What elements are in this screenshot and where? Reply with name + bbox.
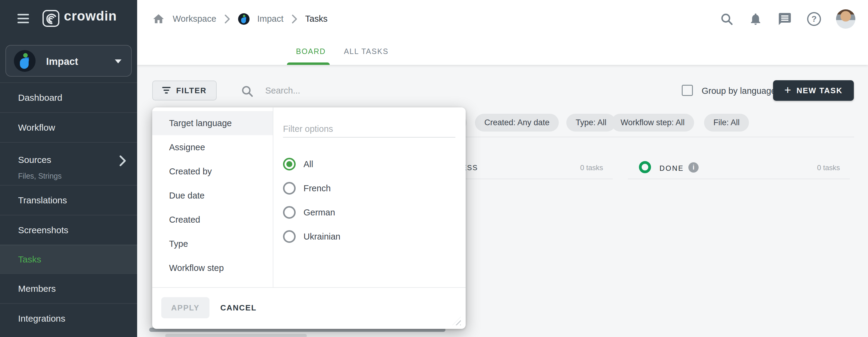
resize-handle[interactable] bbox=[453, 317, 461, 325]
sidebar: crowdin Impact Dashboard Workflow Source… bbox=[0, 0, 137, 337]
user-avatar[interactable] bbox=[836, 9, 855, 29]
radio-icon bbox=[283, 230, 296, 243]
new-task-label: NEW TASK bbox=[797, 86, 843, 95]
board-column-in-progress-count: 0 tasks bbox=[580, 164, 603, 172]
sidebar-item-workflow[interactable]: Workflow bbox=[0, 112, 137, 142]
filter-options-input[interactable] bbox=[283, 121, 456, 138]
notifications-bell-icon[interactable] bbox=[749, 12, 763, 26]
chat-messages-icon[interactable] bbox=[778, 12, 792, 26]
breadcrumb: Workspace Impact Tasks bbox=[152, 0, 328, 38]
sidebar-nav: Dashboard Workflow Sources Files, String… bbox=[0, 82, 137, 333]
sidebar-item-integrations[interactable]: Integrations bbox=[0, 303, 137, 333]
filter-icon bbox=[162, 87, 170, 94]
radio-option-german[interactable]: German bbox=[283, 200, 341, 224]
filter-chip-created[interactable]: Created: Any date bbox=[475, 114, 559, 132]
breadcrumb-current-page: Tasks bbox=[305, 14, 328, 24]
radio-option-all[interactable]: All bbox=[283, 152, 341, 176]
divider bbox=[628, 178, 850, 179]
header-icons: ? bbox=[720, 0, 855, 38]
help-icon[interactable]: ? bbox=[807, 12, 821, 26]
group-by-language-label[interactable]: Group by language bbox=[702, 86, 776, 96]
chevron-right-icon bbox=[291, 15, 298, 24]
radio-label: All bbox=[304, 159, 313, 169]
sidebar-item-label: Workflow bbox=[18, 122, 55, 133]
filter-category-workflow-step[interactable]: Workflow step bbox=[152, 256, 273, 280]
radio-option-ukrainian[interactable]: Ukrainian bbox=[283, 224, 341, 249]
info-icon[interactable]: i bbox=[688, 162, 699, 173]
filter-button-label: FILTER bbox=[176, 86, 207, 95]
radio-icon bbox=[283, 182, 296, 195]
divider bbox=[152, 287, 466, 288]
hamburger-menu-icon[interactable] bbox=[18, 14, 29, 24]
divider bbox=[273, 107, 273, 288]
done-status-ring-icon bbox=[639, 161, 651, 173]
sidebar-item-dashboard[interactable]: Dashboard bbox=[0, 82, 137, 112]
sidebar-item-label: Screenshots bbox=[18, 225, 68, 235]
breadcrumb-workspace[interactable]: Workspace bbox=[173, 14, 216, 24]
cancel-button[interactable]: CANCEL bbox=[220, 297, 256, 318]
sidebar-item-tasks[interactable]: Tasks bbox=[0, 245, 137, 273]
language-radio-group: All French German Ukrainian bbox=[283, 152, 341, 249]
sidebar-item-label: Members bbox=[18, 284, 56, 294]
filter-category-target-language[interactable]: Target language bbox=[152, 111, 273, 135]
group-by-language-checkbox[interactable] bbox=[682, 85, 693, 96]
sidebar-item-sources[interactable]: Sources Files, Strings bbox=[0, 142, 137, 185]
tab-board[interactable]: BOARD bbox=[296, 47, 326, 56]
project-avatar-small bbox=[238, 13, 250, 25]
crowdin-logo-text: crowdin bbox=[64, 8, 117, 24]
chevron-right-icon bbox=[224, 15, 230, 24]
filter-category-created-by[interactable]: Created by bbox=[152, 159, 273, 184]
radio-label: German bbox=[304, 207, 335, 218]
sidebar-item-screenshots[interactable]: Screenshots bbox=[0, 215, 137, 245]
sidebar-item-label: Sources bbox=[18, 155, 51, 165]
filter-category-type[interactable]: Type bbox=[152, 232, 273, 256]
filter-button[interactable]: FILTER bbox=[152, 81, 217, 101]
radio-icon bbox=[283, 206, 296, 219]
radio-option-french[interactable]: French bbox=[283, 176, 341, 200]
project-selector[interactable]: Impact bbox=[5, 45, 132, 77]
home-icon[interactable] bbox=[152, 13, 165, 25]
top-header: Workspace Impact Tasks ? BOARD ALL TASKS bbox=[137, 0, 868, 65]
filter-category-created[interactable]: Created bbox=[152, 207, 273, 232]
apply-button[interactable]: APPLY bbox=[161, 297, 210, 318]
project-name: Impact bbox=[46, 56, 78, 67]
sidebar-item-label: Translations bbox=[18, 195, 67, 205]
hidden-element-edge bbox=[165, 334, 307, 337]
chevron-right-icon bbox=[119, 156, 126, 166]
filter-category-assignee[interactable]: Assignee bbox=[152, 135, 273, 159]
sidebar-item-members[interactable]: Members bbox=[0, 273, 137, 303]
board-column-done-label: DONE bbox=[659, 164, 684, 173]
sidebar-item-label: Dashboard bbox=[18, 93, 62, 103]
filter-chip-file[interactable]: File: All bbox=[704, 114, 749, 132]
divider bbox=[466, 178, 613, 179]
filter-category-due-date[interactable]: Due date bbox=[152, 184, 273, 207]
search-icon bbox=[241, 84, 254, 98]
tab-all-tasks[interactable]: ALL TASKS bbox=[344, 47, 389, 56]
filter-chip-workflow-step[interactable]: Workflow step: All bbox=[611, 114, 694, 132]
breadcrumb-project[interactable]: Impact bbox=[257, 14, 284, 24]
search-input[interactable] bbox=[265, 81, 488, 100]
tab-bar: BOARD ALL TASKS bbox=[296, 38, 389, 65]
radio-label: French bbox=[304, 184, 331, 193]
radio-selected-icon bbox=[283, 158, 296, 170]
plus-icon: + bbox=[784, 84, 791, 96]
filter-dropdown-panel: Target language Assignee Created by Due … bbox=[152, 107, 466, 329]
active-tab-underline bbox=[287, 62, 330, 65]
sidebar-item-translations[interactable]: Translations bbox=[0, 185, 137, 215]
project-avatar bbox=[14, 50, 36, 72]
sidebar-item-label: Integrations bbox=[18, 313, 65, 324]
search-icon[interactable] bbox=[720, 12, 734, 26]
sidebar-item-label: Tasks bbox=[18, 254, 41, 264]
board-column-done-count: 0 tasks bbox=[817, 164, 840, 172]
new-task-button[interactable]: + NEW TASK bbox=[773, 80, 854, 101]
crowdin-logo-icon bbox=[42, 10, 59, 27]
filter-category-list: Target language Assignee Created by Due … bbox=[152, 107, 273, 288]
chevron-down-icon bbox=[115, 59, 121, 63]
sidebar-item-sublabel: Files, Strings bbox=[18, 172, 61, 180]
radio-label: Ukrainian bbox=[304, 232, 341, 242]
filter-chip-type[interactable]: Type: All bbox=[566, 114, 616, 132]
